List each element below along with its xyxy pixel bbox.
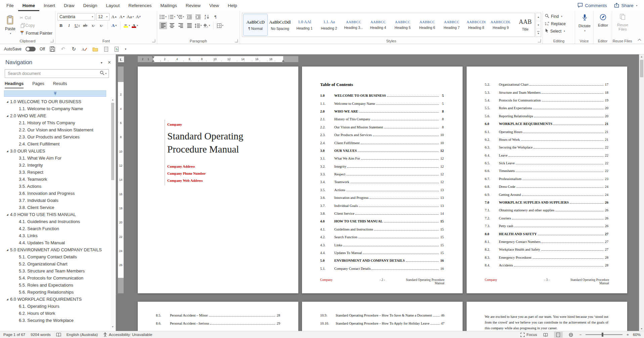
dictate-dropdown-icon[interactable]: ▾: [584, 30, 586, 32]
scroll-up-icon[interactable]: ▲: [111, 98, 115, 101]
nav-heading-item[interactable]: ◢ 6.1. Operating Hours: [0, 303, 116, 310]
toc-entry[interactable]: 6.5. Sick Leave 22: [485, 159, 608, 167]
nav-heading-item[interactable]: ◢ 2.3. Our Products and Services: [0, 133, 116, 140]
document-page-3[interactable]: 5.2. Organizational Chart 17 5.3. Struct…: [467, 67, 627, 293]
toc-entry[interactable]: 7.1. Obtaining stationery and other supp…: [485, 206, 608, 214]
menu-tab[interactable]: Draw: [59, 0, 79, 11]
style-item[interactable]: AABBCCDL Heading 9: [489, 14, 513, 36]
nav-heading-item[interactable]: ◢ 3.6. Innovation and Progress: [0, 190, 116, 197]
search-icon[interactable]: [100, 71, 104, 77]
paste-button[interactable]: Paste ▾: [2, 12, 18, 38]
justify-button[interactable]: [185, 22, 193, 29]
toc-entry[interactable]: 6.1. Operating Hours 21: [485, 128, 608, 135]
nav-heading-item[interactable]: ◢ 6.2. Hours of Work: [0, 310, 116, 317]
nav-heading-item[interactable]: ◢ 2.4. Client Fulfillment: [0, 140, 116, 147]
style-item[interactable]: AaBbCcDdl No Spacing: [268, 14, 292, 36]
reuse-files-label[interactable]: Reuse Files: [614, 23, 631, 32]
nav-heading-item[interactable]: ◢ 5.5. Roles and Expectations: [0, 282, 116, 289]
expand-triangle-icon[interactable]: ◢: [5, 298, 10, 301]
toc-entry[interactable]: 2.0 WHO WE ARE 8: [320, 108, 444, 115]
document-refresh-button[interactable]: ↻: [114, 46, 120, 52]
save-button[interactable]: [49, 46, 56, 52]
hanging-indent-marker[interactable]: [152, 60, 155, 62]
toc-entry[interactable]: 10.9. Standard Operating Procedure – How…: [320, 311, 444, 320]
read-mode-button[interactable]: [541, 332, 550, 338]
menu-tab[interactable]: Help: [223, 0, 242, 11]
dictate-label[interactable]: Dictate: [578, 24, 591, 28]
horizontal-ruler[interactable]: 21 24681012141618: [138, 56, 298, 62]
navigation-scrollbar[interactable]: ▲ ▼: [111, 97, 115, 329]
zoom-slider-thumb[interactable]: [602, 333, 603, 337]
nav-heading-item[interactable]: ◢ 4.1. Guidelines and Instructions: [0, 218, 116, 225]
nav-heading-item[interactable]: ◢ 4.3. Links: [0, 232, 116, 239]
nav-heading-item[interactable]: ◢ 2.0 WHO WE ARE: [0, 112, 116, 119]
increase-indent-button[interactable]: [194, 13, 202, 20]
expand-triangle-icon[interactable]: ◢: [5, 100, 10, 103]
language-indicator[interactable]: English (Australia): [67, 333, 98, 337]
focus-button[interactable]: Focus: [520, 333, 537, 337]
toc-entry[interactable]: 5.4. Protocols for Communication 19: [485, 96, 608, 104]
subscript-button[interactable]: x2: [90, 22, 97, 29]
toc-entry[interactable]: 4.3. Links 15: [320, 241, 444, 249]
document-page-1[interactable]: Company Standard Operating Procedure Man…: [138, 67, 298, 293]
toc-entry[interactable]: 4.4. Updates To Manual 15: [320, 249, 444, 257]
nav-heading-item[interactable]: ◢ 1.1. Welcome to Company Name: [0, 105, 116, 112]
strikethrough-button[interactable]: ab: [82, 22, 89, 29]
zoom-slider[interactable]: [586, 334, 622, 335]
navigation-options-dropdown-icon[interactable]: ▾: [101, 61, 102, 65]
toc-entry[interactable]: 10.10. Standard Operating Procedure – Ho…: [320, 320, 444, 328]
document-page-2[interactable]: Table of Contents 1.0 WELCOME TO OUR BUS…: [302, 67, 463, 293]
grow-font-button[interactable]: A▲: [111, 13, 118, 20]
document-page-6[interactable]: We are excited to have you as part of ou…: [467, 302, 627, 331]
nav-heading-item[interactable]: ◢ 3.1. What We Aim For: [0, 155, 116, 162]
replace-button[interactable]: ab Replace: [545, 20, 573, 27]
toc-entry[interactable]: 2.2. Our Vision and Mission Statement 8: [320, 123, 444, 131]
toc-entry[interactable]: 6.8. Dress Code 24: [485, 183, 608, 191]
share-button[interactable]: Share ▾: [614, 3, 637, 9]
expand-triangle-icon[interactable]: ◢: [5, 115, 10, 117]
format-painter-button[interactable]: Format Painter: [18, 30, 54, 37]
style-item[interactable]: AABBCC Heading 7: [440, 14, 464, 36]
toc-entry[interactable]: 4.0 HOW TO USE THIS MANUAL 15: [320, 217, 444, 225]
toc-entry[interactable]: 1.1. Welcome to Company Name 5: [320, 99, 444, 107]
style-item[interactable]: 1.1. Aa Heading 2: [317, 14, 341, 36]
toc-entry[interactable]: 5.2. Organizational Chart 17: [485, 81, 608, 88]
search-input[interactable]: [8, 71, 100, 76]
menu-tab[interactable]: Layout: [102, 0, 124, 11]
font-family-combo[interactable]: Cambria▾: [57, 13, 95, 20]
toc-entry[interactable]: 5.5. Roles and Expectations 20: [485, 104, 608, 112]
toc-entry[interactable]: 8.1. Emergency Contact Numbers 27: [485, 238, 608, 246]
style-item[interactable]: AABBCC Heading 4: [366, 14, 390, 36]
nav-heading-item[interactable]: ◢ 3.4. Teamwork: [0, 176, 116, 183]
nav-heading-item[interactable]: ◢ 5.6. Reporting Relationships: [0, 289, 116, 296]
toc-entry[interactable]: 6.9. Getting Around 24: [485, 191, 608, 198]
navigation-tab[interactable]: Pages: [32, 81, 44, 88]
tab-stop-selector[interactable]: L: [118, 56, 124, 62]
select-button[interactable]: Select▾: [545, 28, 573, 35]
document-page-5[interactable]: 10.9. Standard Operating Procedure – How…: [302, 302, 463, 331]
zoom-out-button[interactable]: −: [579, 333, 582, 337]
redo-button[interactable]: ↻: [71, 46, 77, 52]
clear-formatting-button[interactable]: A✗: [135, 13, 142, 20]
toc-entry[interactable]: 6.0 WORKPLACE REQUIREMENTS 21: [485, 120, 608, 128]
toc-entry[interactable]: 1.0 WELCOME TO OUR BUSINESS 5: [320, 92, 444, 99]
decrease-indent-button[interactable]: [185, 13, 193, 20]
toc-entry[interactable]: 3.6. Innovation and Progress 13: [320, 194, 444, 202]
nav-heading-item[interactable]: ◢ 4.2. Search Function: [0, 225, 116, 232]
menu-tab[interactable]: Design: [79, 0, 102, 11]
shading-button[interactable]: ▾: [203, 22, 211, 29]
toc-entry[interactable]: 8.4. Accidents 28: [485, 261, 608, 269]
toc-entry[interactable]: 5.3. Structure and Team Members 18: [485, 88, 608, 96]
toc-entry[interactable]: 3.4. Teamwork 12: [320, 178, 444, 186]
numbering-button[interactable]: 123▾: [168, 13, 176, 20]
text-effects-button[interactable]: A▾: [111, 22, 118, 29]
first-line-indent-marker[interactable]: [152, 56, 155, 58]
editor-label[interactable]: Editor: [598, 23, 608, 28]
page-indicator[interactable]: Page 1 of 67: [3, 333, 25, 337]
styles-more-button[interactable]: ▼: [536, 29, 541, 37]
toc-entry[interactable]: 6.4. Leave 22: [485, 152, 608, 159]
style-item[interactable]: AABBCC Heading 6: [415, 14, 439, 36]
styles-dialog-launcher[interactable]: [538, 39, 541, 42]
toc-entry[interactable]: 5.6. Reporting Relationships 20: [485, 112, 608, 120]
toc-entry[interactable]: 8.5. Personal Accident – Minor 28: [156, 311, 280, 320]
